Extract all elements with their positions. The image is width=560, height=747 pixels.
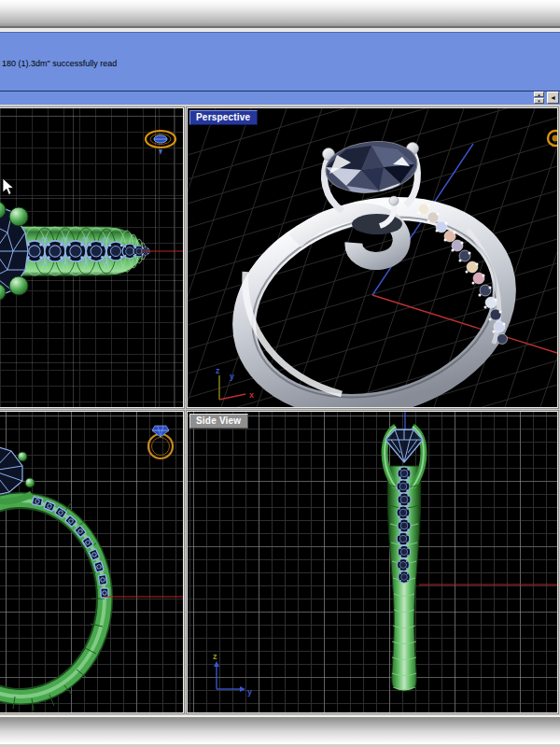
axis-label-y: y [247, 687, 252, 697]
x-axis-line [372, 295, 557, 353]
axis-gizmo: z y [213, 652, 252, 697]
scroll-down-button[interactable]: ▾ [534, 98, 544, 104]
viewport-front[interactable] [0, 412, 183, 712]
viewport-top[interactable] [0, 108, 183, 407]
viewport-title-side[interactable]: Side View [189, 414, 248, 429]
ring-shank-front-view[interactable] [0, 493, 112, 711]
center-diamond-render[interactable] [323, 137, 419, 202]
gold-ring-icon[interactable] [146, 131, 175, 155]
viewport-side[interactable]: Side View [188, 412, 557, 712]
viewport-perspective[interactable]: Perspective [188, 108, 557, 407]
mouse-cursor [3, 178, 14, 195]
gold-ring-icon[interactable] [148, 426, 173, 458]
window-top-chrome [0, 0, 560, 26]
axis-label-x: x [249, 390, 254, 400]
window-bottom-chrome [0, 717, 560, 744]
scroll-up-button[interactable]: ▴ [534, 92, 544, 97]
history-line: 180 (1).3dm" successfully read [2, 59, 560, 68]
command-panel[interactable]: 180 (1).3dm" successfully read o selecti… [0, 32, 560, 105]
pave-stones-side-view[interactable] [397, 467, 411, 583]
scroll-left-button[interactable]: ◄ [547, 92, 559, 104]
command-history: 180 (1).3dm" successfully read o selecti… [0, 33, 560, 98]
viewport-title-perspective[interactable]: Perspective [189, 110, 258, 125]
viewport-grid: Perspective [0, 105, 560, 715]
axis-label-z: z [213, 652, 217, 661]
axis-label-y: y [230, 372, 234, 381]
center-stone-top-view[interactable] [0, 202, 28, 301]
center-stone-side-view[interactable] [385, 430, 423, 462]
axis-label-z: z [216, 366, 220, 375]
command-prompt[interactable] [0, 92, 560, 105]
